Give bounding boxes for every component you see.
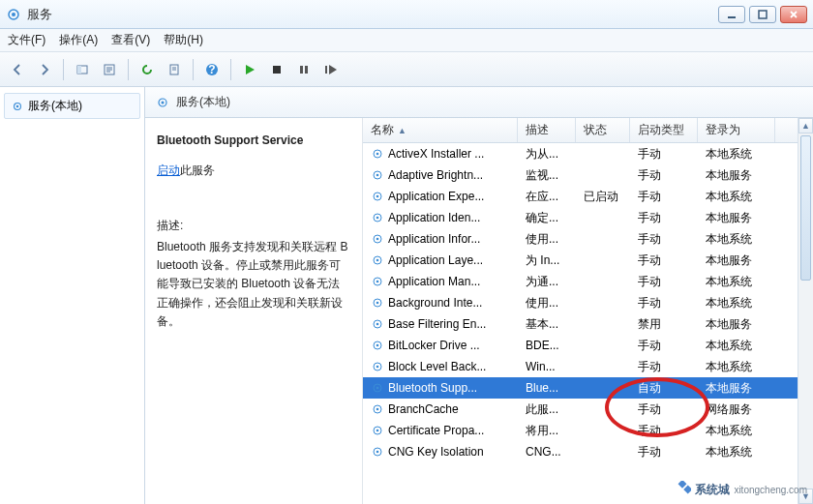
cell-logon: 网络服务 — [698, 401, 775, 418]
svg-point-31 — [376, 281, 379, 283]
help-button[interactable]: ? — [200, 58, 224, 81]
service-row[interactable]: BitLocker Drive ...BDE...手动本地系统 — [363, 335, 813, 356]
cell-desc: 基本... — [518, 316, 576, 333]
separator — [230, 59, 231, 80]
cell-logon: 本地系统 — [698, 295, 775, 311]
right-header-label: 服务(本地) — [176, 94, 230, 110]
menu-action[interactable]: 操作(A) — [59, 32, 98, 48]
svg-point-43 — [376, 408, 379, 411]
cell-logon: 本地系统 — [698, 444, 775, 460]
gear-icon — [371, 445, 384, 459]
toolbar: ? — [0, 52, 813, 87]
start-service-tail: 此服务 — [180, 163, 215, 177]
maximize-button[interactable] — [749, 6, 776, 23]
svg-point-47 — [376, 451, 379, 454]
cell-desc: 使用... — [518, 295, 576, 311]
service-row[interactable]: Application Man...为通...手动本地系统 — [363, 271, 813, 292]
menubar: 文件(F) 操作(A) 查看(V) 帮助(H) — [0, 29, 813, 52]
watermark-icon — [674, 481, 691, 498]
scroll-thumb[interactable] — [800, 135, 811, 281]
watermark: 系统城 xitongcheng.com — [674, 481, 807, 498]
svg-point-25 — [376, 217, 379, 220]
stop-button[interactable] — [265, 58, 288, 81]
svg-rect-12 — [305, 66, 308, 74]
cell-startup: 手动 — [630, 210, 698, 226]
gear-icon — [371, 190, 384, 203]
col-logon[interactable]: 登录为 — [698, 118, 775, 142]
forward-button[interactable] — [33, 58, 56, 81]
start-service-link[interactable]: 启动 — [157, 163, 180, 177]
close-button[interactable] — [780, 6, 807, 23]
svg-point-45 — [376, 430, 379, 432]
menu-file[interactable]: 文件(F) — [8, 32, 45, 48]
properties-button[interactable] — [98, 58, 121, 81]
svg-point-23 — [376, 195, 379, 198]
tree-pane: 服务(本地) — [0, 87, 145, 504]
description-text: Bluetooth 服务支持发现和关联远程 Bluetooth 设备。停止或禁用… — [157, 238, 350, 331]
col-desc[interactable]: 描述 — [518, 118, 576, 142]
cell-desc: 为从... — [518, 146, 576, 163]
list-rows: ActiveX Installer ...为从...手动本地系统Adaptive… — [363, 143, 813, 504]
cell-desc: 使用... — [518, 231, 576, 248]
svg-point-1 — [12, 13, 15, 16]
col-name[interactable]: 名称▲ — [363, 118, 518, 142]
svg-rect-13 — [325, 66, 327, 74]
scroll-up-button[interactable]: ▲ — [798, 118, 813, 133]
cell-startup: 手动 — [630, 401, 698, 418]
service-row[interactable]: Application Expe...在应...已启动手动本地系统 — [363, 186, 813, 207]
service-row[interactable]: Block Level Back...Win...手动本地系统 — [363, 356, 813, 377]
cell-startup: 手动 — [630, 231, 698, 248]
cell-name: CNG Key Isolation — [363, 445, 518, 459]
tree-root-label: 服务(本地) — [28, 98, 82, 114]
service-row[interactable]: Adaptive Brightn...监视...手动本地服务 — [363, 164, 813, 186]
gear-icon — [371, 168, 384, 182]
service-title: Bluetooth Support Service — [157, 133, 350, 147]
svg-rect-3 — [759, 11, 767, 18]
service-row[interactable]: ActiveX Installer ...为从...手动本地系统 — [363, 143, 813, 164]
export-button[interactable] — [163, 58, 186, 81]
pause-button[interactable] — [292, 58, 316, 81]
cell-name: Application Iden... — [363, 211, 518, 224]
service-row[interactable]: Application Infor...使用...手动本地系统 — [363, 228, 813, 250]
service-row[interactable]: CNG Key IsolationCNG...手动本地系统 — [363, 441, 813, 462]
svg-rect-49 — [684, 486, 692, 494]
gear-icon — [371, 317, 384, 331]
back-button[interactable] — [6, 58, 29, 81]
service-row[interactable]: BranchCache此服...手动网络服务 — [363, 399, 813, 420]
svg-point-29 — [376, 259, 379, 262]
svg-point-27 — [376, 238, 379, 241]
cell-desc: BDE... — [518, 339, 576, 352]
titlebar: 服务 — [0, 0, 813, 29]
service-row[interactable]: Background Inte...使用...手动本地系统 — [363, 292, 813, 313]
cell-desc: 监视... — [518, 167, 576, 184]
gear-icon — [11, 100, 24, 113]
minimize-button[interactable] — [718, 6, 745, 23]
service-row[interactable]: Base Filtering En...基本...禁用本地服务 — [363, 313, 813, 335]
cell-startup: 手动 — [630, 252, 698, 269]
right-body: Bluetooth Support Service 启动此服务 描述: Blue… — [145, 118, 813, 504]
service-row[interactable]: Application Iden...确定...手动本地服务 — [363, 207, 813, 228]
cell-startup: 手动 — [630, 359, 698, 375]
gear-icon — [371, 147, 384, 161]
cell-startup: 禁用 — [630, 316, 698, 333]
vertical-scrollbar[interactable]: ▲ ▼ — [798, 118, 813, 504]
cell-desc: Blue... — [518, 381, 576, 395]
service-row[interactable]: Certificate Propa...将用...手动本地系统 — [363, 420, 813, 441]
service-row[interactable]: Bluetooth Supp...Blue...自动本地服务 — [363, 377, 813, 399]
cell-logon: 本地服务 — [698, 252, 775, 269]
menu-view[interactable]: 查看(V) — [111, 32, 150, 48]
svg-rect-10 — [273, 66, 281, 74]
tree-root-services-local[interactable]: 服务(本地) — [4, 93, 140, 119]
gear-icon — [155, 95, 170, 110]
cell-logon: 本地服务 — [698, 316, 775, 333]
start-button[interactable] — [238, 58, 261, 81]
refresh-button[interactable] — [136, 58, 159, 81]
cell-startup: 手动 — [630, 423, 698, 439]
service-row[interactable]: Application Laye...为 In...手动本地服务 — [363, 250, 813, 271]
restart-button[interactable] — [319, 58, 343, 81]
cell-desc: 在应... — [518, 189, 576, 205]
menu-help[interactable]: 帮助(H) — [164, 32, 203, 48]
show-hide-button[interactable] — [71, 58, 94, 81]
col-status[interactable]: 状态 — [576, 118, 630, 142]
col-startup[interactable]: 启动类型 — [630, 118, 698, 142]
